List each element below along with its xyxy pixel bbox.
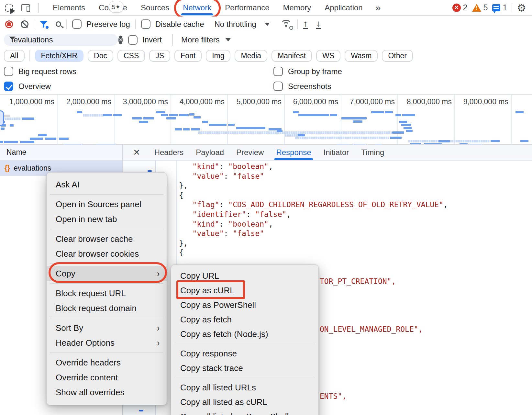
tab-elements[interactable]: Elements — [46, 0, 92, 15]
menu-item-copy-as-fetch[interactable]: Copy as fetch — [171, 312, 318, 327]
preserve-log-checkbox[interactable]: Preserve log — [67, 19, 135, 29]
record-network-log-button[interactable] — [5, 20, 13, 28]
settings-gear-icon[interactable]: ⚙ — [517, 3, 526, 13]
detail-tab-initiator[interactable]: Initiator — [317, 145, 355, 160]
menu-item-open-in-new-tab[interactable]: Open in new tab — [47, 212, 167, 227]
detail-tab-preview[interactable]: Preview — [230, 145, 270, 160]
code-fold-marker[interactable] — [139, 410, 143, 411]
tab-network[interactable]: Network — [176, 0, 218, 15]
group-by-frame-checkbox[interactable]: Group by frame — [273, 67, 342, 76]
screenshots-box[interactable] — [273, 82, 283, 91]
menu-item-header-options[interactable]: Header Options › — [47, 335, 167, 350]
menu-item-sort-by[interactable]: Sort By › — [47, 320, 167, 335]
message-count-badge[interactable]: 1 — [492, 3, 507, 12]
overview-checkbox[interactable]: Overview — [4, 82, 51, 91]
filter-row: ✕ Invert More filters — [0, 32, 532, 48]
menu-item-copy-as-curl[interactable]: Copy as cURL — [171, 283, 318, 298]
type-filter-all[interactable]: All — [4, 50, 25, 62]
type-filter-doc[interactable]: Doc — [88, 50, 113, 62]
detail-tab-response[interactable]: Response — [270, 145, 317, 160]
menu-item-copy-response[interactable]: Copy response — [171, 346, 318, 361]
more-filters-dropdown[interactable]: More filters — [181, 35, 231, 44]
menu-item-copy-stack-trace[interactable]: Copy stack trace — [171, 361, 318, 376]
preserve-log-box[interactable] — [72, 19, 82, 29]
timeline-selection-handle[interactable] — [0, 110, 4, 126]
code-fold-marker[interactable] — [148, 170, 152, 172]
type-filter-media[interactable]: Media — [235, 50, 267, 62]
network-overview-timeline[interactable]: 1,000,000 ms2,000,000 ms3,000,000 ms4,00… — [0, 94, 532, 145]
filter-input-pill[interactable]: ✕ — [4, 34, 118, 46]
overview-box[interactable] — [4, 82, 13, 91]
type-filter-font[interactable]: Font — [174, 50, 202, 62]
disable-cache-box[interactable] — [141, 19, 150, 29]
menu-item-ask-ai[interactable]: Ask AI — [47, 177, 167, 192]
tab-memory[interactable]: Memory — [276, 0, 318, 15]
network-conditions-icon[interactable] — [280, 20, 292, 29]
clear-network-log-button[interactable] — [21, 20, 28, 28]
menu-item-copy[interactable]: Copy › — [47, 266, 167, 281]
error-count-badge[interactable]: ✕ 2 — [452, 3, 468, 12]
menu-item-show-all-overrides[interactable]: Show all overrides — [47, 385, 167, 400]
menu-item-copy-as-fetch-nodejs[interactable]: Copy as fetch (Node.js) — [171, 327, 318, 342]
filter-input[interactable] — [14, 35, 114, 44]
menu-item-open-in-sources-panel[interactable]: Open in Sources panel — [47, 197, 167, 212]
detail-tab-timing[interactable]: Timing — [355, 145, 390, 160]
active-tab-underline — [181, 13, 213, 15]
throttling-dropdown[interactable]: No throttling — [209, 20, 275, 29]
type-filter-other[interactable]: Other — [382, 50, 413, 62]
tab-sources[interactable]: Sources — [134, 0, 176, 15]
type-filter-css[interactable]: CSS — [117, 50, 145, 62]
warning-count-badge[interactable]: 5 — [472, 3, 488, 12]
name-column-header[interactable]: Name — [0, 145, 122, 161]
import-har-icon[interactable]: ↑ — [303, 19, 308, 29]
timeline-tick-label: 1,000,000 ms — [9, 97, 57, 106]
menu-item-copy-url[interactable]: Copy URL — [171, 269, 318, 283]
menu-item-copy-as-powershell[interactable]: Copy as PowerShell — [171, 298, 318, 312]
inspect-element-icon[interactable] — [5, 4, 13, 12]
menu-item-copy-all-listed-as-curl[interactable]: Copy all listed as cURL — [171, 395, 318, 409]
waterfall-bar — [166, 117, 176, 119]
detail-tab-bar: ✕ Headers Payload Preview Response Initi… — [123, 145, 532, 161]
close-detail-icon[interactable]: ✕ — [123, 147, 148, 158]
device-toolbar-icon[interactable] — [21, 4, 30, 11]
tab-application[interactable]: Application — [318, 0, 369, 15]
big-request-rows-box[interactable] — [4, 67, 13, 76]
type-filter-img[interactable]: Img — [206, 50, 230, 62]
screenshots-checkbox[interactable]: Screenshots — [273, 82, 331, 91]
copy-submenu: Copy URL Copy as cURL Copy as PowerShell… — [171, 264, 319, 415]
filter-icon[interactable] — [39, 20, 48, 28]
clear-filter-icon[interactable]: ✕ — [118, 36, 123, 44]
menu-item-override-content[interactable]: Override content — [47, 370, 167, 385]
waterfall-bar — [169, 114, 178, 116]
type-filter-manifest[interactable]: Manifest — [272, 50, 312, 62]
menu-item-copy-all-listed-as-powershell[interactable]: Copy all listed as PowerShell — [171, 409, 318, 415]
menu-item-block-request-domain[interactable]: Block request domain — [47, 301, 167, 316]
tab-performance[interactable]: Performance — [218, 0, 276, 15]
response-json-code[interactable]: "kind": "boolean", "value": "false"},{ "… — [179, 162, 448, 258]
menu-item-override-headers[interactable]: Override headers — [47, 355, 167, 370]
menu-item-copy-all-listed-urls[interactable]: Copy all listed URLs — [171, 380, 318, 395]
more-tabs-icon[interactable]: » — [370, 2, 386, 13]
type-filter-js[interactable]: JS — [149, 50, 170, 62]
group-by-frame-label: Group by frame — [288, 67, 342, 76]
detail-tab-payload[interactable]: Payload — [190, 145, 230, 160]
waterfall-bar — [406, 130, 413, 132]
export-har-icon[interactable]: ↓ — [316, 19, 321, 29]
waterfall-bar — [175, 128, 182, 130]
menu-item-clear-browser-cookies[interactable]: Clear browser cookies — [47, 246, 167, 261]
invert-checkbox[interactable]: Invert — [128, 35, 162, 45]
type-filter-fetch-xhr[interactable]: Fetch/XHR — [35, 50, 83, 62]
active-tab-underline — [274, 158, 313, 160]
type-filter-ws[interactable]: WS — [316, 50, 340, 62]
detail-tab-headers[interactable]: Headers — [148, 145, 190, 160]
search-icon[interactable] — [56, 21, 61, 27]
menu-item-clear-browser-cache[interactable]: Clear browser cache — [47, 231, 167, 246]
disable-cache-checkbox[interactable]: Disable cache — [136, 19, 209, 29]
type-filter-wasm[interactable]: Wasm — [345, 50, 378, 62]
row-hover-badge[interactable]: 5✦ — [109, 1, 124, 13]
big-request-rows-checkbox[interactable]: Big request rows — [4, 67, 76, 76]
timeline-gridline — [284, 95, 285, 144]
invert-box[interactable] — [128, 35, 138, 45]
group-by-frame-box[interactable] — [273, 67, 283, 76]
menu-item-block-request-url[interactable]: Block request URL — [47, 286, 167, 301]
